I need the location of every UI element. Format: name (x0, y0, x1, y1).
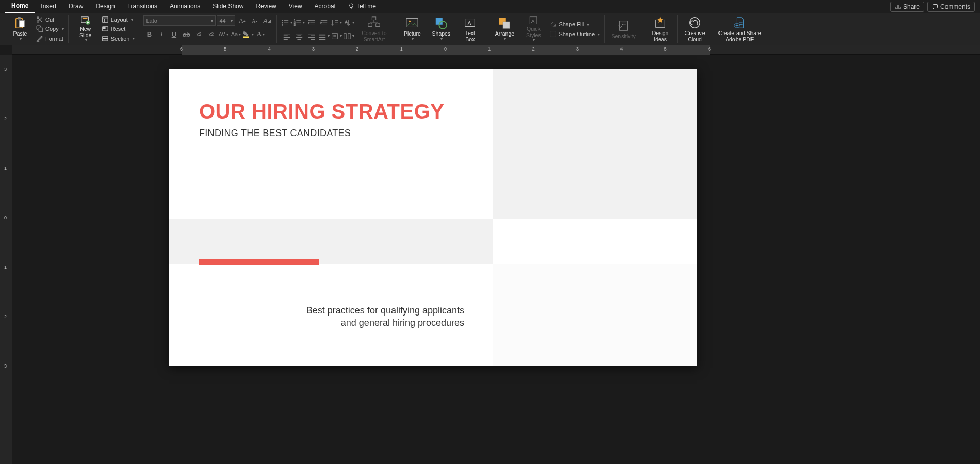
line-spacing-button[interactable]: ▾ (331, 18, 342, 28)
slide-decor-bottom-right (493, 264, 697, 366)
outdent-icon (307, 19, 316, 27)
svg-rect-1 (18, 17, 21, 20)
ruler-tick: 1 (400, 46, 403, 52)
align-center-icon (295, 32, 303, 40)
ruler-vertical[interactable]: 3210123 (0, 55, 12, 464)
adobe-pdf-label: Create and Share Adobe PDF (718, 30, 761, 42)
change-case-button[interactable]: Aa▾ (230, 29, 241, 39)
sensitivity-label: Sensitivity (611, 34, 635, 40)
align-right-icon (307, 32, 316, 40)
align-vert-icon (331, 32, 339, 40)
convert-smartart-button[interactable]: Convert to SmartArt (357, 15, 390, 43)
font-name-select[interactable]: Lato▾ (143, 15, 216, 26)
svg-rect-39 (620, 21, 628, 30)
font-size-select[interactable]: 44▾ (217, 15, 235, 26)
slide-subtitle[interactable]: FINDING THE BEST CANDIDATES (199, 128, 351, 139)
quick-styles-button[interactable]: A Quick Styles▾ (520, 15, 546, 43)
highlight-color-button[interactable]: ▾ (242, 29, 254, 39)
shape-outline-button[interactable]: Shape Outline▾ (549, 30, 600, 39)
svg-point-4 (37, 21, 39, 23)
group-slides: New Slide ▾ Layout▾ Reset Section▾ (69, 15, 140, 43)
creative-cloud-button[interactable]: Creative Cloud (682, 15, 708, 43)
ruler-tick: 3 (4, 363, 7, 369)
sensitivity-button[interactable]: Sensitivity (609, 15, 639, 43)
comments-button[interactable]: Comments (927, 2, 975, 12)
tab-home[interactable]: Home (5, 0, 35, 13)
tab-slideshow[interactable]: Slide Show (206, 1, 250, 13)
new-slide-button[interactable]: New Slide ▾ (73, 15, 99, 43)
ruler-horizontal[interactable]: 6543210123456 (12, 45, 980, 55)
bullets-button[interactable]: ▾ (281, 18, 292, 28)
section-label: Section (111, 36, 130, 42)
increase-font-button[interactable]: A▴ (236, 15, 248, 26)
increase-indent-button[interactable] (318, 18, 330, 28)
align-text-button[interactable]: ▾ (331, 31, 342, 41)
slide-body-text[interactable]: Best practices for qualifying applicants… (299, 304, 464, 329)
cut-button[interactable]: Cut (36, 15, 64, 24)
picture-button[interactable]: Picture▾ (399, 15, 425, 43)
shape-fill-label: Shape Fill (559, 21, 584, 27)
svg-point-16 (282, 22, 283, 23)
clear-formatting-button[interactable]: A◢ (261, 15, 272, 26)
bold-button[interactable]: B (143, 29, 155, 39)
align-right-button[interactable] (306, 31, 317, 41)
new-slide-label: New Slide (79, 26, 91, 38)
tab-draw[interactable]: Draw (62, 1, 89, 13)
character-spacing-button[interactable]: AV▾ (218, 29, 229, 39)
ruler-tick: 2 (356, 46, 358, 52)
design-ideas-button[interactable]: Design Ideas (647, 15, 673, 43)
tab-review[interactable]: Review (250, 1, 282, 13)
italic-button[interactable]: I (156, 29, 167, 39)
arrange-button[interactable]: Arrange▾ (492, 15, 517, 43)
strikethrough-button[interactable]: ab (181, 29, 192, 39)
justify-icon (318, 32, 326, 40)
decrease-indent-button[interactable] (306, 18, 317, 28)
paste-button[interactable]: Paste ▾ (7, 15, 33, 43)
scissors-icon (36, 16, 43, 23)
tell-me-search[interactable]: Tell me (342, 1, 382, 13)
underline-button[interactable]: U (168, 29, 179, 39)
format-painter-button[interactable]: Format (36, 35, 64, 43)
slide-decor-top-right (493, 69, 697, 219)
shape-fill-button[interactable]: Shape Fill▾ (549, 20, 600, 29)
font-color-button[interactable]: A▾ (255, 29, 266, 39)
tab-design[interactable]: Design (89, 1, 121, 13)
copy-button[interactable]: Copy▾ (36, 25, 64, 33)
group-adobepdf: Create and Share Adobe PDF (712, 15, 767, 43)
indent-icon (320, 19, 328, 27)
layout-button[interactable]: Layout▾ (102, 15, 135, 24)
shapes-button[interactable]: Shapes▾ (428, 15, 454, 43)
decrease-font-button[interactable]: A▾ (249, 15, 260, 26)
text-direction-button[interactable]: A▾ (343, 18, 354, 28)
section-button[interactable]: Section▾ (102, 35, 135, 43)
design-ideas-label: Design Ideas (652, 30, 669, 42)
slide-canvas[interactable]: OUR HIRING STRATEGY FINDING THE BEST CAN… (12, 55, 980, 464)
subscript-button[interactable]: x2 (205, 29, 217, 39)
align-center-button[interactable] (293, 31, 305, 41)
group-font: Lato▾ 44▾ A▴ A▾ A◢ B I U ab x2 x2 AV▾ Aa… (139, 15, 277, 43)
share-button[interactable]: Share (890, 2, 924, 12)
slide[interactable]: OUR HIRING STRATEGY FINDING THE BEST CAN… (169, 69, 697, 366)
superscript-button[interactable]: x2 (193, 29, 204, 39)
pdf-icon (733, 16, 746, 29)
workspace: 6543210123456 3210123 OUR HIRING STRATEG… (0, 45, 980, 464)
align-left-button[interactable] (281, 31, 292, 41)
tab-view[interactable]: View (283, 1, 308, 13)
numbering-button[interactable]: 123▾ (293, 18, 305, 28)
tab-animations[interactable]: Animations (164, 1, 206, 13)
adobe-pdf-button[interactable]: Create and Share Adobe PDF (716, 15, 763, 43)
layout-label: Layout (111, 16, 128, 23)
reset-button[interactable]: Reset (102, 25, 135, 33)
pen-outline-icon (549, 30, 557, 38)
svg-rect-2 (19, 21, 24, 27)
tab-acrobat[interactable]: Acrobat (308, 1, 342, 13)
tab-transitions[interactable]: Transitions (121, 1, 164, 13)
tell-me-label: Tell me (356, 3, 376, 10)
columns-button[interactable]: ▾ (343, 31, 354, 41)
slide-title[interactable]: OUR HIRING STRATEGY (199, 100, 444, 123)
tab-insert[interactable]: Insert (35, 1, 62, 13)
textbox-button[interactable]: A Text Box (457, 15, 483, 43)
paintbrush-icon (36, 35, 43, 42)
group-creativecloud: Creative Cloud (678, 15, 712, 43)
justify-button[interactable]: ▾ (318, 31, 330, 41)
